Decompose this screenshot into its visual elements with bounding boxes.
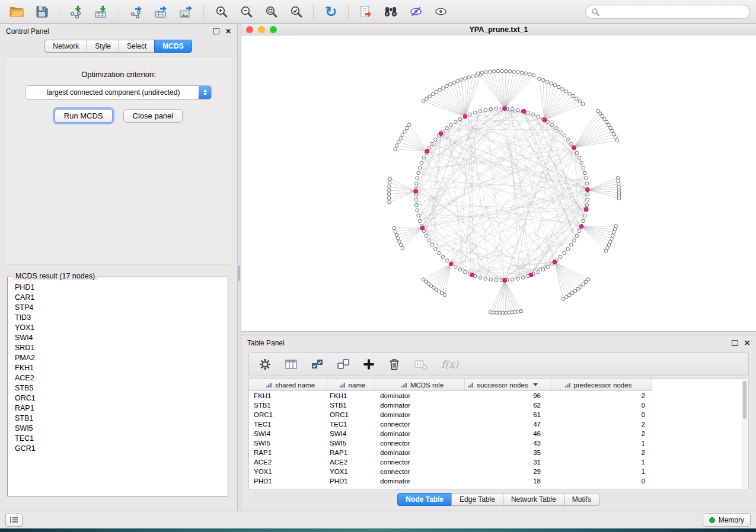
dominator-node[interactable] xyxy=(572,146,576,150)
leaf-node[interactable] xyxy=(508,70,512,73)
leaf-node[interactable] xyxy=(614,136,617,139)
network-node[interactable] xyxy=(586,198,589,201)
table-tab-node-table[interactable]: Node Table xyxy=(397,493,452,506)
leaf-node[interactable] xyxy=(452,81,456,85)
leaf-node[interactable] xyxy=(572,94,575,98)
column-header-successor-nodes[interactable]: successor nodes xyxy=(465,379,551,390)
leaf-node[interactable] xyxy=(397,140,400,144)
dominator-node[interactable] xyxy=(414,190,418,194)
table-row[interactable]: ACE2ACE2connector311 xyxy=(249,457,748,467)
vertical-splitter[interactable] xyxy=(237,24,241,511)
network-node[interactable] xyxy=(445,126,449,130)
function-builder-button[interactable]: f(x) xyxy=(441,358,458,370)
hide-details-button[interactable] xyxy=(405,3,426,21)
network-node[interactable] xyxy=(495,278,498,282)
table-tab-motifs[interactable]: Motifs xyxy=(564,493,599,506)
leaf-node[interactable] xyxy=(492,70,496,73)
leaf-node[interactable] xyxy=(428,95,432,98)
select-all-button[interactable] xyxy=(311,358,324,371)
network-node[interactable] xyxy=(430,142,434,146)
table-row[interactable]: SWI5SWI5connector431 xyxy=(249,438,748,448)
network-node[interactable] xyxy=(458,117,462,121)
search-input[interactable] xyxy=(603,7,744,17)
close-panel-button[interactable]: Close panel xyxy=(123,109,183,123)
leaf-node[interactable] xyxy=(460,78,463,82)
leaf-node[interactable] xyxy=(528,73,531,76)
leaf-node[interactable] xyxy=(610,237,614,241)
leaf-node[interactable] xyxy=(401,133,404,137)
network-node[interactable] xyxy=(559,130,562,133)
leaf-node[interactable] xyxy=(553,84,557,87)
network-node[interactable] xyxy=(479,276,482,280)
mcds-result-item[interactable]: ORC1 xyxy=(9,393,227,403)
table-cell[interactable]: RAP1 xyxy=(327,448,375,457)
mcds-result-item[interactable]: SWI5 xyxy=(9,423,227,433)
network-node[interactable] xyxy=(416,209,419,212)
leaf-node[interactable] xyxy=(601,114,604,118)
leaf-node[interactable] xyxy=(611,129,614,133)
unselect-all-button[interactable] xyxy=(337,358,350,371)
network-node[interactable] xyxy=(527,111,530,114)
dominator-node[interactable] xyxy=(584,207,588,211)
splitter-grip[interactable] xyxy=(238,265,240,281)
network-node[interactable] xyxy=(585,177,588,180)
mcds-result-item[interactable]: TEC1 xyxy=(9,433,227,443)
leaf-node[interactable] xyxy=(613,227,617,231)
network-node[interactable] xyxy=(550,123,554,127)
tab-style[interactable]: Style xyxy=(87,40,119,53)
import-table-button[interactable] xyxy=(91,3,112,21)
dominator-node[interactable] xyxy=(585,188,589,192)
network-node[interactable] xyxy=(575,151,579,155)
network-node[interactable] xyxy=(578,156,581,159)
leaf-node[interactable] xyxy=(396,236,400,240)
network-node[interactable] xyxy=(563,134,566,137)
open-session-button[interactable] xyxy=(6,3,27,21)
table-cell[interactable]: connector xyxy=(375,419,465,429)
network-node[interactable] xyxy=(541,268,545,271)
table-cell[interactable]: STB1 xyxy=(327,400,375,410)
network-node[interactable] xyxy=(583,214,587,217)
network-node[interactable] xyxy=(511,278,514,281)
network-node[interactable] xyxy=(516,277,519,281)
mcds-result-item[interactable]: PMA2 xyxy=(9,352,227,363)
network-node[interactable] xyxy=(445,259,449,262)
network-node[interactable] xyxy=(511,107,514,111)
leaf-node[interactable] xyxy=(394,230,397,233)
table-cell[interactable]: SWI4 xyxy=(327,429,375,438)
leaf-node[interactable] xyxy=(609,126,613,130)
dominator-node[interactable] xyxy=(553,260,557,264)
leaf-node[interactable] xyxy=(425,97,429,101)
table-cell[interactable]: ORC1 xyxy=(327,410,375,419)
table-row[interactable]: TEC1TEC1connector472 xyxy=(249,419,748,429)
leaf-node[interactable] xyxy=(575,97,578,101)
leaf-node[interactable] xyxy=(492,311,495,315)
table-tab-network-table[interactable]: Network Table xyxy=(503,493,564,506)
leaf-node[interactable] xyxy=(561,88,564,91)
table-cell[interactable]: SWI5 xyxy=(327,438,375,448)
table-cell[interactable]: 2 xyxy=(551,429,652,438)
table-cell[interactable]: connector xyxy=(375,438,465,448)
network-node[interactable] xyxy=(583,171,587,175)
leaf-node[interactable] xyxy=(516,70,520,74)
network-node[interactable] xyxy=(468,113,472,116)
network-node[interactable] xyxy=(570,243,573,246)
network-node[interactable] xyxy=(454,120,458,124)
mcds-result-item[interactable]: YOX1 xyxy=(9,322,227,332)
table-cell[interactable]: 2 xyxy=(551,419,652,429)
leaf-node[interactable] xyxy=(471,75,474,78)
table-row[interactable]: RAP1RAP1dominator352 xyxy=(249,448,748,457)
search-box[interactable] xyxy=(585,5,750,19)
leaf-node[interactable] xyxy=(603,117,607,121)
leaf-node[interactable] xyxy=(387,189,391,193)
leaf-node[interactable] xyxy=(431,92,435,96)
table-row[interactable]: PHD1PHD1dominator180 xyxy=(249,476,748,486)
network-node[interactable] xyxy=(575,234,579,238)
table-cell[interactable]: 29 xyxy=(465,467,551,476)
leaf-node[interactable] xyxy=(581,102,585,106)
leaf-node[interactable] xyxy=(504,311,508,315)
network-node[interactable] xyxy=(425,234,428,238)
dropdown-stepper-icon[interactable] xyxy=(199,86,211,99)
table-cell[interactable]: 43 xyxy=(465,438,551,448)
network-node[interactable] xyxy=(570,142,573,146)
leaf-node[interactable] xyxy=(435,90,438,94)
